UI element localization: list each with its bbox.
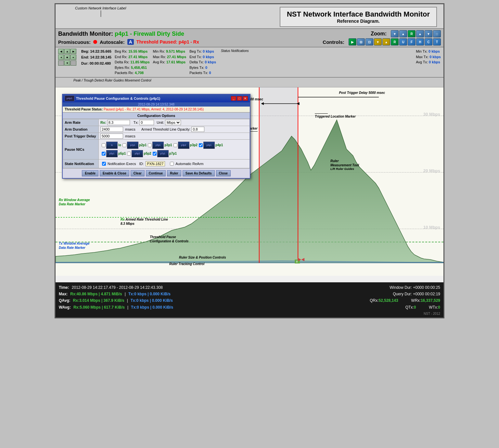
zoom-btn-r[interactable]: R: [408, 30, 416, 37]
zoom-btn-down[interactable]: ▼: [391, 30, 399, 37]
nic-p2p1-thumb: p2p1: [127, 142, 138, 149]
btn-close[interactable]: Close: [216, 170, 231, 176]
chart-area: 30 Mbps 20 Mbps 10 Mbps: [56, 87, 443, 276]
main-area: 30 Mbps 20 Mbps 10 Mbps: [56, 87, 443, 282]
arm-rate-tx-input[interactable]: [139, 120, 154, 125]
btn-enable-close[interactable]: Enable & Close: [100, 170, 129, 176]
notif-id-value: PXN-1827: [146, 161, 165, 166]
post-trigger-input[interactable]: [100, 134, 123, 139]
bandwidth-monitor-label: Bandwidth Monitor: p4p1 - Firewall Dirty…: [58, 31, 184, 37]
nic-p4p1-thumb: p4p1: [203, 142, 215, 149]
post-trigger-cell: msecs: [99, 133, 250, 139]
ctrl-t[interactable]: T: [433, 38, 441, 45]
nav-center[interactable]: ■: [64, 55, 70, 60]
nic-p4p1-checkbox[interactable]: [199, 143, 203, 147]
btn-continue[interactable]: Continue: [146, 170, 166, 176]
arm-duration-label: Arm Duration: [63, 126, 99, 133]
ctrl-r[interactable]: R: [391, 38, 399, 45]
arm-opacity-input[interactable]: [191, 127, 204, 132]
dialog-maximize[interactable]: □: [237, 96, 242, 101]
nav-prev-peak[interactable]: ◂: [58, 55, 64, 60]
zoom-btn-up[interactable]: ▲: [399, 30, 407, 37]
ctrl-c[interactable]: C: [425, 38, 432, 45]
promiscuous-row: Promiscuous: Autoscale: A Threshold Paus…: [58, 39, 199, 45]
ctrl-h[interactable]: H: [416, 38, 424, 45]
nav-blank2[interactable]: [70, 60, 76, 66]
dialog-minimize[interactable]: _: [231, 96, 236, 101]
zoom-label: Zoom:: [371, 31, 387, 37]
nic-item-lo: lo lo: [102, 142, 121, 149]
ctrl-stop[interactable]: ⊟: [357, 38, 365, 45]
nic-item-p4p1: p4p1 p4p1: [199, 142, 223, 149]
state-notification-row: State Notification Notification Execs ID…: [63, 159, 250, 168]
zoom-btn-square[interactable]: □: [433, 30, 441, 37]
nav-left[interactable]: ◀: [58, 49, 64, 54]
title-box: NST Network Interface Bandwidth Monitor …: [280, 7, 437, 27]
arm-rate-rx-input[interactable]: [107, 120, 130, 125]
nic-p2p1-checkbox[interactable]: [122, 143, 126, 147]
state-notification-cell: Notification Execs ID: PXN-1827 Automati…: [99, 159, 250, 168]
nic-lo-checkbox[interactable]: [102, 143, 106, 147]
nic-item-p3p1: p3p1 p3p1: [148, 142, 172, 149]
arm-duration-input[interactable]: [100, 127, 123, 132]
rx-stats: Beg Rx: 15.55 Mbps End Rx: 27.41 Mbps De…: [115, 49, 150, 76]
status-wrx: WRx:16,337,529: [411, 297, 440, 304]
threshold-config-annotation: Threshold PauseConfiguration & Controls: [150, 235, 188, 243]
ctrl-play[interactable]: ▶: [349, 38, 356, 45]
triggered-location-annotation: Triggered Location Marker: [315, 113, 356, 119]
promiscuous-label: Promiscuous:: [58, 39, 91, 45]
nav-down[interactable]: ▼: [64, 60, 70, 66]
status-window-dur: Window Dur: +0000 00:00:25: [390, 284, 440, 291]
rx-armed-rate-annotation: Rx Armed Rate Threshold Line8.3 Mbps: [121, 217, 168, 226]
zoom-btn-down2[interactable]: ▼: [425, 30, 432, 37]
dialog-close[interactable]: ✕: [243, 96, 248, 101]
status-wtx: WTx:0: [429, 304, 440, 311]
pause-nics-label: Pause NICs: [63, 139, 99, 159]
controls-label: Controls:: [323, 39, 344, 45]
brand-label: NST - 2012: [59, 312, 440, 315]
ctrl-up[interactable]: ▲: [382, 38, 390, 45]
arm-rate-unit-select[interactable]: Mbps kbps: [165, 120, 181, 125]
btn-ruler[interactable]: Ruler: [167, 170, 181, 176]
dialog-config-header: Configuration Options: [63, 112, 250, 119]
title-area: Custom Network Interface Label NST Netwo…: [56, 4, 443, 28]
ctrl-down[interactable]: ▼: [374, 38, 382, 45]
nav-up[interactable]: ▲: [64, 49, 70, 54]
header-controls: Bandwidth Monitor: p4p1 - Firewall Dirty…: [56, 28, 443, 47]
nic-p5p2-checkbox[interactable]: [127, 152, 131, 156]
arm-rate-cell: Rx: Tx: Unit: Mbps kbps: [99, 119, 250, 126]
status-wavg-rx: Rx:5.060 Mbps | 617.7 KiB/s: [73, 304, 125, 311]
nic-item-p5p2: p5p2 p5p2: [127, 150, 151, 157]
dialog-titlebar: p4p1 Threshold Pause Configuration & Con…: [63, 95, 250, 102]
nic-p3p1-checkbox[interactable]: [148, 143, 152, 147]
nav-blank[interactable]: [58, 60, 64, 66]
status-qrx: QRx:52,528,143: [370, 297, 398, 304]
ctrl-pause[interactable]: ⊡: [365, 38, 373, 45]
notif-exec-label: Notification Execs: [108, 162, 136, 166]
dialog-datetime: 2012-08-29 14:13:52.348: [63, 102, 250, 107]
btn-enable[interactable]: Enable: [82, 170, 98, 176]
btn-save-defaults[interactable]: Save As Defaults: [183, 170, 215, 176]
ctrl-f[interactable]: F: [408, 38, 416, 45]
peak-trough-annotation: Peak / Trough Detect Ruler Guides Moveme…: [73, 78, 151, 83]
dialog-title: Threshold Pause Configuration & Controls…: [76, 96, 160, 100]
zoom-btn-up2[interactable]: ▲: [416, 30, 424, 37]
btn-clear[interactable]: Clear: [131, 170, 145, 176]
notif-exec-checkbox[interactable]: [102, 162, 106, 166]
status-qavg-tx: Tx:0 kbps | 0.000 KiB/s: [131, 297, 173, 304]
ctrl-u[interactable]: U: [399, 38, 407, 45]
status-query-dur: Query Dur: +0000 00:02:19: [393, 291, 440, 297]
nav-right[interactable]: ▶: [70, 49, 76, 54]
auto-rearm-checkbox[interactable]: [170, 162, 174, 166]
nic-p5p1-checkbox[interactable]: [102, 152, 106, 156]
rx-minmax-stats: Min Rx: 9.571 Mbps Max Rx: 27.41 Mbps Av…: [153, 49, 186, 65]
post-trigger-label: Post Trigger Delay: [63, 133, 99, 139]
nic-p3p2-checkbox[interactable]: [173, 143, 177, 147]
nics-grid: lo lo p2p1 p2p1 p3p1: [100, 140, 248, 159]
nic-p7p1-checkbox[interactable]: [153, 152, 157, 156]
status-wavg-tx: Tx:0 kbps | 0.000 KiB/s: [131, 304, 173, 311]
svg-text:T: T: [296, 260, 298, 263]
pause-nics-row: Pause NICs lo lo p2p1: [63, 139, 250, 159]
nav-next-peak[interactable]: ▸: [70, 55, 76, 60]
state-notification-label: State Notification: [63, 159, 99, 168]
